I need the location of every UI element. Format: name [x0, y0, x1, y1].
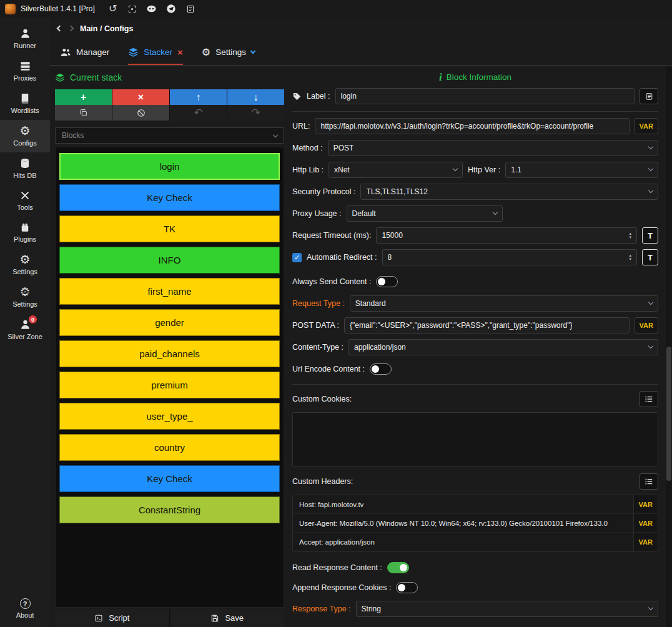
sidebar-item-label: Wordlists — [11, 107, 39, 114]
delete-block-button[interactable]: × — [112, 89, 169, 105]
read-response-content-toggle[interactable] — [387, 562, 409, 573]
scrollbar-thumb[interactable] — [666, 347, 671, 481]
custom-cookies-list-button[interactable] — [640, 391, 658, 407]
custom-cookies-textarea[interactable] — [292, 412, 658, 467]
duplicate-block-button[interactable] — [55, 105, 112, 121]
script-button[interactable]: Script — [55, 609, 169, 627]
save-icon — [210, 614, 219, 623]
sidebar-item-wordlists[interactable]: Wordlists — [0, 87, 50, 120]
security-protocol-select[interactable]: TLS,TLS11,TLS12 — [360, 184, 658, 200]
nav-forward-icon[interactable] — [68, 26, 74, 32]
stack-block[interactable]: INFO — [59, 247, 280, 274]
sidebar-item-configs[interactable]: ⚙ Configs — [0, 120, 50, 152]
automatic-redirect-checkbox[interactable]: ✓ — [292, 253, 302, 262]
header-var-button[interactable]: VAR — [633, 533, 658, 551]
redirect-type-button[interactable]: T — [642, 249, 658, 265]
sidebar-item-runner[interactable]: Runner — [0, 22, 50, 55]
proxy-usage-select[interactable]: Default — [347, 205, 503, 222]
content-type-select[interactable]: application/json — [348, 339, 658, 355]
stack-block[interactable]: premium — [59, 372, 280, 398]
http-lib-select[interactable]: xNet — [329, 162, 463, 178]
stack-block[interactable]: first_name — [59, 278, 280, 305]
stack-block[interactable]: Key Check — [59, 465, 280, 492]
save-button[interactable]: Save — [170, 609, 285, 627]
read-response-content-row: Read Response Content : — [292, 560, 658, 576]
response-type-select[interactable]: String — [356, 601, 658, 617]
blocks-dropdown[interactable]: Blocks — [55, 127, 284, 144]
tab-settings[interactable]: ⚙ Settings — [202, 39, 255, 65]
automatic-redirect-input[interactable]: 8▴▾ — [382, 249, 637, 265]
append-response-cookies-toggle[interactable] — [396, 582, 418, 593]
stack-block[interactable]: paid_channels — [59, 340, 280, 367]
capture-icon[interactable] — [127, 3, 138, 14]
request-timeout-input[interactable]: 15000▴▾ — [376, 227, 637, 244]
sidebar-item-about[interactable]: ? About — [0, 593, 50, 625]
header-var-button[interactable]: VAR — [633, 514, 658, 532]
nav-back-icon[interactable] — [57, 26, 63, 32]
post-data-input[interactable]: {"email":"<USER>","password":"<PASS>","g… — [344, 317, 630, 333]
append-response-cookies-label: Append Response Cookies : — [292, 583, 391, 592]
http-ver-select[interactable]: 1.1 — [505, 162, 658, 178]
request-type-select[interactable]: Standard — [350, 295, 658, 312]
move-block-up-button[interactable]: ↑ — [170, 89, 227, 105]
telegram-icon[interactable] — [166, 3, 177, 14]
copy-icon — [79, 109, 87, 117]
sidebar-item-plugins[interactable]: Plugins — [0, 217, 50, 249]
header-row[interactable]: Accept: application/json VAR — [293, 533, 658, 551]
move-block-down-button[interactable]: ↓ — [227, 89, 284, 105]
stack-block[interactable]: user_type_ — [59, 403, 280, 430]
discord-icon[interactable] — [146, 3, 157, 14]
sidebar-item-settings-sb[interactable]: ⚙ Settings — [0, 249, 50, 281]
label-input[interactable]: login — [335, 88, 635, 104]
chevron-down-icon — [648, 188, 653, 193]
chevron-down-icon[interactable] — [250, 48, 255, 53]
stack-block[interactable]: gender — [59, 309, 280, 336]
spinner-icons[interactable]: ▴▾ — [629, 254, 631, 261]
timeout-type-button[interactable]: T — [642, 227, 658, 244]
header-value: User-Agent: Mozilla/5.0 (Windows NT 10.0… — [299, 520, 608, 527]
tab-stacker[interactable]: Stacker × — [128, 39, 183, 65]
post-data-var-button[interactable]: VAR — [635, 317, 658, 333]
header-row[interactable]: Host: fapi.molotov.tv VAR — [293, 495, 658, 514]
always-send-content-toggle[interactable] — [376, 276, 398, 287]
sidebar-item-hits-db[interactable]: Hits DB — [0, 152, 50, 185]
stack-block[interactable]: TK — [59, 215, 280, 242]
label-notes-button[interactable] — [640, 88, 658, 104]
header-row[interactable]: User-Agent: Mozilla/5.0 (Windows NT 10.0… — [293, 514, 658, 533]
stack-block[interactable]: country — [59, 434, 280, 461]
spinner-icons[interactable]: ▴▾ — [629, 232, 631, 239]
url-var-button[interactable]: VAR — [635, 118, 658, 134]
history-icon[interactable]: ↺ — [107, 3, 119, 14]
sidebar-item-silver-zone[interactable]: 0 Silver Zone — [0, 314, 50, 346]
stack-block[interactable]: ConstantString — [59, 496, 280, 523]
sidebar-item-label: Settings — [12, 300, 37, 308]
tab-manager[interactable]: Manager — [60, 39, 109, 65]
sidebar-item-settings-core[interactable]: ⚙CORE Settings — [0, 281, 50, 314]
header-var-button[interactable]: VAR — [633, 495, 658, 513]
sidebar-item-proxies[interactable]: Proxies — [0, 55, 50, 87]
disable-block-button[interactable] — [112, 105, 169, 121]
sidebar-item-tools[interactable]: Tools — [0, 185, 50, 217]
tab-bar: Manager Stacker × ⚙ Settings — [50, 39, 672, 66]
block-label: first_name — [147, 286, 191, 297]
toggle-knob — [398, 584, 405, 591]
notes-icon[interactable] — [185, 3, 196, 14]
custom-headers-list-button[interactable] — [640, 473, 658, 490]
undo-button[interactable]: ↶ — [170, 105, 227, 121]
sidebar: Runner Proxies Wordlists ⚙ Configs Hits … — [0, 17, 50, 627]
settings-scrollbar[interactable] — [666, 66, 672, 627]
tab-close-icon[interactable]: × — [177, 47, 183, 57]
redo-button[interactable]: ↷ — [227, 105, 284, 121]
stack-toolbar-row2: ↶ ↷ — [55, 105, 284, 121]
url-input[interactable]: https://fapi.molotov.tv/v3.1/auth/login?… — [315, 118, 629, 134]
toggle-knob — [378, 278, 385, 285]
method-row: Method : POST — [292, 140, 658, 156]
method-select[interactable]: POST — [328, 140, 658, 156]
chevron-down-icon — [453, 166, 458, 171]
add-block-button[interactable]: + — [55, 89, 112, 105]
chevron-down-icon — [648, 166, 653, 171]
stack-block[interactable]: login — [59, 153, 280, 180]
stack-block[interactable]: Key Check — [59, 184, 280, 211]
url-encode-content-toggle[interactable] — [370, 363, 392, 375]
settings-gear-icon: ⚙ — [19, 254, 30, 265]
